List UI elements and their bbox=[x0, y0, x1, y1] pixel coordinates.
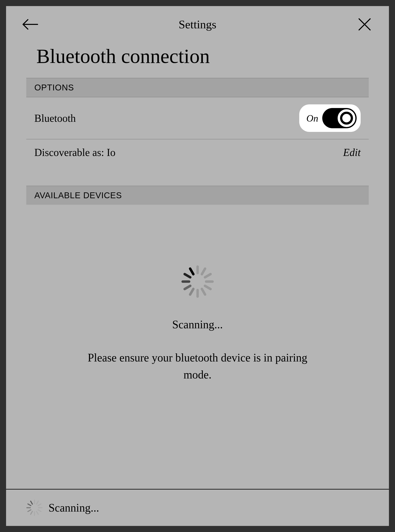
scanning-status: Scanning... bbox=[172, 318, 223, 331]
content-area: OPTIONS Bluetooth On Discoverable as: Io… bbox=[6, 78, 389, 489]
close-icon bbox=[358, 18, 371, 31]
back-button[interactable] bbox=[22, 16, 38, 32]
bluetooth-row: Bluetooth On bbox=[26, 97, 369, 139]
edit-button[interactable]: Edit bbox=[343, 146, 361, 158]
available-devices-section-header: AVAILABLE DEVICES bbox=[26, 186, 369, 205]
bluetooth-label: Bluetooth bbox=[34, 112, 76, 124]
scanning-hint: Please ensure your bluetooth device is i… bbox=[87, 349, 309, 383]
footer-bar: Scanning... bbox=[6, 489, 389, 526]
discoverable-row: Discoverable as: Io Edit bbox=[26, 139, 369, 165]
header-title: Settings bbox=[179, 18, 216, 31]
spinner-icon bbox=[181, 265, 214, 298]
page-title: Bluetooth connection bbox=[6, 40, 389, 78]
arrow-left-icon bbox=[22, 19, 38, 30]
toggle-state-label: On bbox=[306, 113, 318, 124]
spinner-icon bbox=[26, 500, 42, 516]
close-button[interactable] bbox=[357, 16, 373, 32]
settings-window: Settings Bluetooth connection OPTIONS Bl… bbox=[6, 6, 389, 526]
bluetooth-toggle[interactable]: On bbox=[299, 104, 361, 132]
options-section-header: OPTIONS bbox=[26, 78, 369, 97]
discoverable-label: Discoverable as: Io bbox=[34, 146, 115, 158]
header-bar: Settings bbox=[6, 6, 389, 40]
scanning-area: Scanning... Please ensure your bluetooth… bbox=[26, 205, 369, 489]
footer-status: Scanning... bbox=[49, 501, 99, 514]
toggle-switch-icon bbox=[322, 108, 357, 128]
